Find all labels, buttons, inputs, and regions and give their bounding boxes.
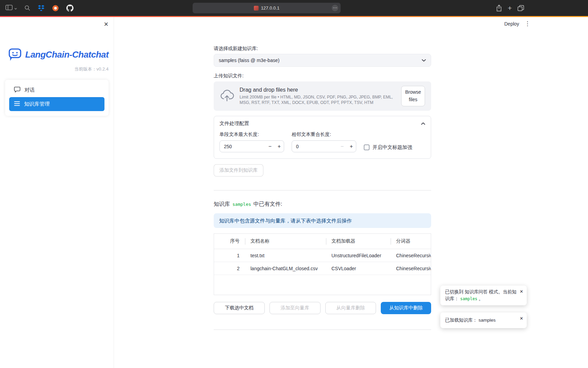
kb-select-label: 请选择或新建知识库: (214, 46, 431, 52)
kb-selectbox[interactable]: samples (faiss @ m3e-base) (214, 54, 431, 67)
delete-from-vector-store-button[interactable]: 从向量库删除 (325, 302, 376, 314)
page-options-icon[interactable]: ⋯ (332, 5, 338, 11)
table-header-splitter[interactable]: 分词器 (391, 234, 431, 249)
list-icon (14, 101, 20, 107)
table-cell-loader[interactable]: UnstructuredFileLoader (326, 249, 391, 262)
decrement-button[interactable]: − (265, 143, 275, 150)
pinned-tab-blue-icon[interactable] (38, 5, 45, 11)
overlap-size-input[interactable]: 0 − + (292, 140, 356, 152)
dropzone-text: Drag and drop files here Limit 200MB per… (240, 87, 396, 105)
sidebar-close-icon[interactable]: ✕ (104, 21, 109, 28)
logo-text: LangChain-Chatchat (25, 49, 109, 60)
logo-chat-icon (8, 46, 22, 63)
browse-files-button[interactable]: Browse files (401, 86, 425, 106)
table-row-select[interactable] (214, 262, 230, 275)
table-cell-loader[interactable]: CSVLoader (326, 262, 391, 275)
cloud-upload-icon (220, 90, 234, 103)
expander-header[interactable]: 文件处理配置 (214, 116, 431, 131)
toast-mode-switched: 已切换到 知识库问答 模式。当前知识库： samples 。 ✕ (440, 286, 527, 305)
zh-title-enhance-group: 开启中文标题加强 (364, 142, 412, 152)
chat-bubble-icon (14, 87, 20, 94)
url-text: 127.0.0.1 (261, 5, 279, 11)
new-tab-icon[interactable]: + (508, 4, 512, 12)
divider (214, 329, 431, 330)
toast-kb-name: samples (478, 318, 495, 323)
zh-title-enhance-checkbox[interactable] (364, 144, 370, 150)
increment-button[interactable]: + (347, 143, 356, 150)
sidebar: ✕ LangChain-Chatchat 当前版本：v0.2.4 对话 知识库管… (0, 17, 114, 368)
address-bar[interactable]: 127.0.0.1 ⋯ (193, 3, 341, 13)
main-menu-icon[interactable]: ⋮ (525, 20, 530, 27)
browser-toolbar: 127.0.0.1 ⋯ + (0, 0, 588, 16)
deploy-button[interactable]: Deploy (504, 21, 519, 27)
toast-text: 已加载知识库： (445, 318, 477, 323)
file-config-expander: 文件处理配置 单段文本最大长度: 250 − + 相邻文本重合长度: (214, 116, 431, 159)
toast-kb-code: samples (460, 296, 477, 301)
toolbar-right-group: + (496, 0, 524, 16)
tab-overview-icon[interactable] (518, 5, 524, 11)
close-icon[interactable]: ✕ (520, 315, 523, 322)
share-icon[interactable] (496, 4, 502, 12)
github-icon[interactable] (66, 4, 74, 12)
sidebar-item-knowledge-base[interactable]: 知识库管理 (9, 97, 104, 111)
table-row-select[interactable] (214, 249, 230, 262)
pinned-tab-orange-icon[interactable] (52, 5, 59, 12)
table-header-index[interactable]: 序号 (230, 234, 245, 249)
dropzone-hint: Limit 200MB per file • HTML, MD, JSON, C… (240, 95, 396, 105)
toast-kb-loaded: 已加载知识库： samples ✕ (440, 312, 527, 328)
app-page: Deploy ⋮ ✕ LangChain-Chatchat 当前版本：v0.2.… (0, 17, 588, 368)
overlap-size-value[interactable]: 0 (292, 144, 338, 149)
overlap-size-label: 相邻文本重合长度: (292, 132, 356, 138)
table-cell-index[interactable]: 2 (230, 262, 245, 275)
file-dropzone[interactable]: Drag and drop files here Limit 200MB per… (214, 81, 431, 111)
increment-button[interactable]: + (275, 143, 284, 150)
add-to-vector-store-button[interactable]: 添加至向量库 (270, 302, 321, 314)
chunk-size-label: 单段文本最大长度: (219, 132, 284, 138)
sidebar-item-label: 对话 (24, 87, 35, 93)
kb-selected-value: samples (faiss @ m3e-base) (219, 58, 279, 63)
version-label: 当前版本：v0.2.4 (0, 66, 109, 72)
files-heading-suffix: 中已有文件: (254, 201, 282, 208)
table-header-loader[interactable]: 文档加载器 (326, 234, 391, 249)
dropzone-title: Drag and drop files here (240, 87, 396, 93)
sidebar-item-label: 知识库管理 (24, 101, 50, 107)
table-cell-name[interactable]: langchain-ChatGLM_closed.csv (245, 262, 326, 275)
sidebar-toggle-button[interactable] (5, 5, 17, 12)
sidebar-toggle-icon (5, 5, 13, 12)
sidebar-menu: 对话 知识库管理 (5, 80, 109, 116)
add-files-row: 添加文件到知识库 (214, 164, 431, 177)
chunk-size-group: 单段文本最大长度: 250 − + (219, 132, 284, 152)
upload-section-label: 上传知识文件: (214, 73, 431, 79)
kb-name-code: samples (232, 202, 251, 207)
table-cell-name[interactable]: test.txt (245, 249, 326, 262)
toolbar-left-group (5, 0, 74, 16)
files-heading-prefix: 知识库 (214, 201, 230, 208)
table-header-select[interactable] (214, 234, 230, 249)
chunk-size-input[interactable]: 250 − + (219, 140, 284, 152)
table-header-name[interactable]: 文档名称 (245, 234, 326, 249)
info-banner: 知识库中包含源文件与向量库，请从下表中选择文件后操作 (214, 213, 431, 228)
expander-body: 单段文本最大长度: 250 − + 相邻文本重合长度: 0 − + (214, 131, 431, 158)
search-icon[interactable] (24, 5, 30, 11)
table-cell-index[interactable]: 1 (230, 249, 245, 262)
sidebar-item-dialogue[interactable]: 对话 (9, 83, 104, 97)
chevron-down-icon (422, 59, 426, 62)
main-content: 请选择或新建知识库: samples (faiss @ m3e-base) 上传… (214, 17, 431, 330)
expander-title: 文件处理配置 (219, 120, 249, 127)
chunk-size-value[interactable]: 250 (220, 144, 265, 149)
overlap-size-group: 相邻文本重合长度: 0 − + (292, 132, 356, 152)
app-header: Deploy ⋮ (504, 20, 530, 27)
logo: LangChain-Chatchat (8, 46, 114, 63)
chevron-up-icon[interactable] (421, 122, 425, 125)
table-cell-splitter[interactable]: ChineseRecursive (391, 249, 431, 262)
table-cell-splitter[interactable]: ChineseRecursive (391, 262, 431, 275)
download-selected-button[interactable]: 下载选中文档 (214, 302, 265, 314)
site-favicon (254, 6, 259, 11)
table-actions: 下载选中文档 添加至向量库 从向量库删除 从知识库中删除 (214, 302, 431, 314)
delete-from-kb-button[interactable]: 从知识库中删除 (381, 302, 431, 314)
add-files-button[interactable]: 添加文件到知识库 (214, 164, 263, 177)
close-icon[interactable]: ✕ (520, 288, 523, 295)
chevron-down-icon[interactable] (14, 5, 17, 11)
zh-title-enhance-label: 开启中文标题加强 (373, 144, 412, 151)
decrement-button[interactable]: − (338, 143, 347, 150)
